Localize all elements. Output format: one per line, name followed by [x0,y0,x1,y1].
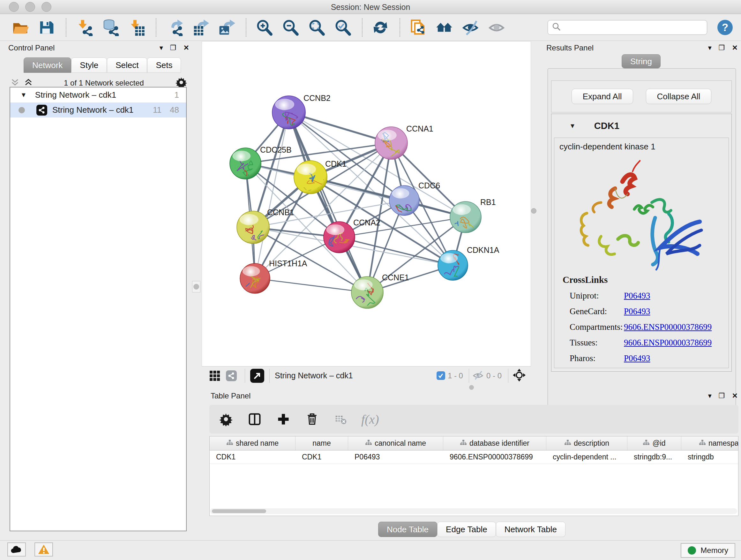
bottom-splitter-handle[interactable] [469,385,474,390]
cloud-tasks-button[interactable] [7,543,26,557]
tab-sets[interactable]: Sets [147,57,181,73]
edge-CCNB2-HIST1H1A[interactable] [255,112,289,278]
network-share-view-icon[interactable] [223,368,240,384]
column-header-namespace[interactable]: namespace [681,436,738,450]
hide-selected-button[interactable] [461,18,480,37]
open-session-button[interactable] [11,18,30,37]
tab-node-table[interactable]: Node Table [378,522,437,537]
add-column-icon[interactable] [275,411,292,428]
show-all-button[interactable] [487,18,506,37]
node-HIST1H1A[interactable] [237,263,270,299]
open-in-new-window-icon[interactable] [250,369,264,383]
node-CDC6[interactable] [389,186,419,224]
node-CDC25B[interactable] [230,148,261,191]
cell-canonical-name[interactable]: P06493 [348,450,443,463]
grid-view-icon[interactable] [206,368,223,384]
crosslink-link[interactable]: 9606.ENSP00000378699 [624,338,712,348]
results-panel-float-icon[interactable]: ❐ [719,44,725,51]
node-CDK1[interactable] [294,161,327,194]
column-header-database-identifier[interactable]: database identifier [443,436,546,450]
column-header-name[interactable]: name [295,436,348,450]
node-CCNE1[interactable] [350,276,383,309]
table-panel-menu-icon[interactable]: ▾ [708,392,712,399]
search-input[interactable] [564,23,703,32]
table-panel-float-icon[interactable]: ❐ [719,392,725,399]
zoom-in-button[interactable] [255,18,274,37]
column-header-shared-name[interactable]: shared name [210,436,295,450]
string-home-button[interactable] [434,18,454,37]
tab-edge-table[interactable]: Edge Table [437,522,496,537]
node-RB1[interactable] [447,201,481,237]
zoom-fit-button[interactable] [307,18,326,37]
delete-column-icon[interactable] [304,411,320,428]
control-panel-float-icon[interactable]: ❐ [170,44,177,51]
right-splitter-handle[interactable] [531,208,536,213]
column-header--id[interactable]: @id [627,436,681,450]
table-row[interactable]: CDK1CDK1P064939606.ENSP00000378699cyclin… [210,450,738,464]
collection-count: 1 [175,90,179,100]
node-CCNB2[interactable] [272,96,306,138]
results-panel-close-icon[interactable]: ✕ [732,44,738,51]
cell-database-identifier[interactable]: 9606.ENSP00000378699 [443,450,546,463]
expand-all-button[interactable]: Expand All [571,89,633,104]
import-network-database-button[interactable] [101,18,120,37]
cell-namespace[interactable]: stringdb [681,450,738,463]
string-import-button[interactable] [408,18,428,37]
scrollbar-thumb[interactable] [212,509,266,513]
tab-string[interactable]: String [622,54,661,68]
export-network-button[interactable] [165,18,184,37]
control-panel-menu-icon[interactable]: ▾ [159,44,163,51]
tab-network-table[interactable]: Network Table [496,522,565,537]
crosslink-link[interactable]: P06493 [624,291,650,301]
cell-shared-name[interactable]: CDK1 [210,450,295,463]
edge-CCNA2-CDKN1A[interactable] [339,237,453,265]
tab-style[interactable]: Style [71,57,107,73]
tab-network[interactable]: Network [23,57,71,73]
show-columns-icon[interactable] [246,411,263,428]
memory-button[interactable]: Memory [681,543,735,558]
import-table-file-button[interactable] [127,18,146,37]
refresh-network-button[interactable] [371,18,390,37]
crosslink-link[interactable]: P06493 [624,307,650,316]
network-row[interactable]: String Network – cdk1 11 48 [10,103,186,118]
crosslink-link[interactable]: P06493 [624,354,650,363]
search-box[interactable] [548,20,707,35]
table-panel-close-icon[interactable]: ✕ [732,392,738,399]
save-session-icon [40,21,54,34]
network-collection-row[interactable]: ▼ String Network – cdk1 1 [10,87,186,103]
results-panel-menu-icon[interactable]: ▾ [708,44,712,51]
node-CCNA2[interactable] [324,222,355,253]
warnings-button[interactable] [35,543,53,557]
selected-items-checkbox[interactable] [436,371,445,380]
help-button[interactable]: ? [718,20,733,35]
collection-expand-icon[interactable]: ▼ [20,91,27,99]
memory-status-dot [688,546,696,555]
save-session-button[interactable] [37,18,56,37]
export-image-button[interactable] [217,18,236,37]
network-view-canvas[interactable]: CCNB2CCNA1CDC25BCDK1CDC6RB1CCNB1CCNA2CDK… [202,42,531,366]
left-splitter-handle[interactable] [192,281,200,293]
control-panel-close-icon[interactable]: ✕ [184,44,189,51]
fit-content-crosshair-icon[interactable] [512,368,526,383]
table-horizontal-scrollbar[interactable] [210,508,737,514]
cell-description[interactable]: cyclin-dependent ... [546,450,627,463]
node-CCNA1[interactable] [375,127,408,159]
crosslinks-title: CrossLinks [562,274,712,285]
table-settings-gear-icon[interactable] [218,411,234,428]
export-table-button[interactable] [191,18,210,37]
tab-select[interactable]: Select [107,57,147,73]
cell--id[interactable]: stringdb:9... [627,450,681,463]
node-result-collapse-icon[interactable]: ▼ [569,122,576,130]
zoom-selected-button[interactable] [333,18,352,37]
collapse-all-button[interactable]: Collapse All [646,89,712,104]
column-header-description[interactable]: description [546,436,627,450]
column-header-canonical-name[interactable]: canonical name [348,436,443,450]
node-CDKN1A[interactable] [438,250,468,296]
node-label-HIST1H1A: HIST1H1A [269,259,307,268]
zoom-out-button[interactable] [281,18,300,37]
network-type-icon [37,105,47,116]
crosslink-link[interactable]: 9606.ENSP00000378699 [624,322,712,332]
cell-name[interactable]: CDK1 [295,450,348,463]
import-network-file-button[interactable] [75,18,94,37]
edge-HIST1H1A-CCNE1[interactable] [255,278,367,293]
